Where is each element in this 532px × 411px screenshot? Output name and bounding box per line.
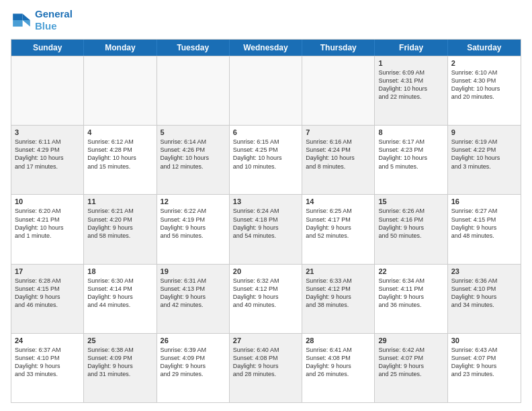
cell-info: Sunrise: 6:39 AM Sunset: 4:09 PM Dayligh… xyxy=(161,346,226,379)
header: General Blue xyxy=(11,8,521,32)
day-number: 24 xyxy=(15,336,80,345)
day-number: 20 xyxy=(233,267,298,275)
calendar-cell xyxy=(302,56,375,125)
calendar-cell: 20Sunrise: 6:32 AM Sunset: 4:12 PM Dayli… xyxy=(230,265,302,333)
cell-info: Sunrise: 6:41 AM Sunset: 4:08 PM Dayligh… xyxy=(306,346,371,379)
weekday-header: Friday xyxy=(375,40,447,56)
calendar-cell: 28Sunrise: 6:41 AM Sunset: 4:08 PM Dayli… xyxy=(302,334,375,402)
cell-info: Sunrise: 6:37 AM Sunset: 4:10 PM Dayligh… xyxy=(15,346,80,379)
day-number: 15 xyxy=(378,197,443,205)
calendar-body: 1Sunrise: 6:09 AM Sunset: 4:31 PM Daylig… xyxy=(11,56,521,402)
day-number: 4 xyxy=(87,128,152,136)
calendar-cell: 16Sunrise: 6:27 AM Sunset: 4:15 PM Dayli… xyxy=(448,195,521,263)
cell-info: Sunrise: 6:40 AM Sunset: 4:08 PM Dayligh… xyxy=(233,346,298,379)
day-number: 29 xyxy=(378,336,443,345)
day-number: 16 xyxy=(451,197,517,205)
calendar-cell: 30Sunrise: 6:43 AM Sunset: 4:07 PM Dayli… xyxy=(448,334,521,402)
cell-info: Sunrise: 6:14 AM Sunset: 4:26 PM Dayligh… xyxy=(161,138,226,171)
cell-info: Sunrise: 6:28 AM Sunset: 4:15 PM Dayligh… xyxy=(15,277,80,310)
calendar-cell: 3Sunrise: 6:11 AM Sunset: 4:29 PM Daylig… xyxy=(11,126,84,194)
cell-info: Sunrise: 6:26 AM Sunset: 4:16 PM Dayligh… xyxy=(378,207,443,240)
calendar-row: 17Sunrise: 6:28 AM Sunset: 4:15 PM Dayli… xyxy=(11,264,521,333)
day-number: 19 xyxy=(161,267,226,275)
logo-text: General Blue xyxy=(35,8,73,32)
svg-marker-0 xyxy=(23,13,30,20)
calendar-cell: 10Sunrise: 6:20 AM Sunset: 4:21 PM Dayli… xyxy=(11,195,84,263)
day-number: 3 xyxy=(15,128,80,136)
cell-info: Sunrise: 6:15 AM Sunset: 4:25 PM Dayligh… xyxy=(233,138,298,171)
cell-info: Sunrise: 6:27 AM Sunset: 4:15 PM Dayligh… xyxy=(451,207,517,240)
calendar-cell: 7Sunrise: 6:16 AM Sunset: 4:24 PM Daylig… xyxy=(302,126,375,194)
calendar-cell xyxy=(157,56,230,125)
weekday-header: Wednesday xyxy=(230,40,302,56)
day-number: 27 xyxy=(233,336,298,345)
calendar-cell: 9Sunrise: 6:19 AM Sunset: 4:22 PM Daylig… xyxy=(448,126,521,194)
calendar-cell: 12Sunrise: 6:22 AM Sunset: 4:19 PM Dayli… xyxy=(157,195,230,263)
day-number: 11 xyxy=(87,197,152,205)
cell-info: Sunrise: 6:33 AM Sunset: 4:12 PM Dayligh… xyxy=(306,277,371,310)
calendar-cell: 29Sunrise: 6:42 AM Sunset: 4:07 PM Dayli… xyxy=(375,334,447,402)
calendar-cell: 4Sunrise: 6:12 AM Sunset: 4:28 PM Daylig… xyxy=(84,126,157,194)
cell-info: Sunrise: 6:32 AM Sunset: 4:12 PM Dayligh… xyxy=(233,277,298,310)
svg-rect-3 xyxy=(13,20,22,27)
day-number: 7 xyxy=(306,128,371,136)
day-number: 10 xyxy=(15,197,80,205)
day-number: 22 xyxy=(378,267,443,275)
day-number: 12 xyxy=(161,197,226,205)
logo: General Blue xyxy=(11,8,73,32)
day-number: 8 xyxy=(378,128,443,136)
day-number: 30 xyxy=(451,336,517,345)
calendar-cell: 1Sunrise: 6:09 AM Sunset: 4:31 PM Daylig… xyxy=(375,56,447,125)
cell-info: Sunrise: 6:24 AM Sunset: 4:18 PM Dayligh… xyxy=(233,207,298,240)
cell-info: Sunrise: 6:16 AM Sunset: 4:24 PM Dayligh… xyxy=(306,138,371,171)
cell-info: Sunrise: 6:10 AM Sunset: 4:30 PM Dayligh… xyxy=(451,68,517,101)
cell-info: Sunrise: 6:31 AM Sunset: 4:13 PM Dayligh… xyxy=(161,277,226,310)
page: General Blue SundayMondayTuesdayWednesda… xyxy=(0,0,532,411)
cell-info: Sunrise: 6:36 AM Sunset: 4:10 PM Dayligh… xyxy=(451,277,517,310)
calendar-cell: 14Sunrise: 6:25 AM Sunset: 4:17 PM Dayli… xyxy=(302,195,375,263)
calendar-header: SundayMondayTuesdayWednesdayThursdayFrid… xyxy=(11,40,521,56)
calendar-cell: 8Sunrise: 6:17 AM Sunset: 4:23 PM Daylig… xyxy=(375,126,447,194)
day-number: 28 xyxy=(306,336,371,345)
calendar-cell: 25Sunrise: 6:38 AM Sunset: 4:09 PM Dayli… xyxy=(84,334,157,402)
calendar-cell: 11Sunrise: 6:21 AM Sunset: 4:20 PM Dayli… xyxy=(84,195,157,263)
day-number: 2 xyxy=(451,59,517,67)
day-number: 14 xyxy=(306,197,371,205)
calendar-cell: 24Sunrise: 6:37 AM Sunset: 4:10 PM Dayli… xyxy=(11,334,84,402)
calendar-cell: 2Sunrise: 6:10 AM Sunset: 4:30 PM Daylig… xyxy=(448,56,521,125)
calendar-cell xyxy=(11,56,84,125)
calendar-cell: 18Sunrise: 6:30 AM Sunset: 4:14 PM Dayli… xyxy=(84,265,157,333)
day-number: 21 xyxy=(306,267,371,275)
cell-info: Sunrise: 6:30 AM Sunset: 4:14 PM Dayligh… xyxy=(87,277,152,310)
calendar-cell: 19Sunrise: 6:31 AM Sunset: 4:13 PM Dayli… xyxy=(157,265,230,333)
weekday-header: Saturday xyxy=(448,40,521,56)
calendar-cell: 21Sunrise: 6:33 AM Sunset: 4:12 PM Dayli… xyxy=(302,265,375,333)
calendar-row: 10Sunrise: 6:20 AM Sunset: 4:21 PM Dayli… xyxy=(11,194,521,263)
calendar-cell: 23Sunrise: 6:36 AM Sunset: 4:10 PM Dayli… xyxy=(448,265,521,333)
calendar-row: 3Sunrise: 6:11 AM Sunset: 4:29 PM Daylig… xyxy=(11,125,521,194)
day-number: 9 xyxy=(451,128,517,136)
cell-info: Sunrise: 6:21 AM Sunset: 4:20 PM Dayligh… xyxy=(87,207,152,240)
day-number: 5 xyxy=(161,128,226,136)
day-number: 6 xyxy=(233,128,298,136)
cell-info: Sunrise: 6:22 AM Sunset: 4:19 PM Dayligh… xyxy=(161,207,226,240)
day-number: 26 xyxy=(161,336,226,345)
weekday-header: Sunday xyxy=(11,40,84,56)
cell-info: Sunrise: 6:11 AM Sunset: 4:29 PM Dayligh… xyxy=(15,138,80,171)
logo-icon xyxy=(11,9,32,31)
calendar-row: 1Sunrise: 6:09 AM Sunset: 4:31 PM Daylig… xyxy=(11,56,521,125)
cell-info: Sunrise: 6:38 AM Sunset: 4:09 PM Dayligh… xyxy=(87,346,152,379)
cell-info: Sunrise: 6:09 AM Sunset: 4:31 PM Dayligh… xyxy=(378,68,443,101)
cell-info: Sunrise: 6:25 AM Sunset: 4:17 PM Dayligh… xyxy=(306,207,371,240)
cell-info: Sunrise: 6:34 AM Sunset: 4:11 PM Dayligh… xyxy=(378,277,443,310)
calendar-cell: 26Sunrise: 6:39 AM Sunset: 4:09 PM Dayli… xyxy=(157,334,230,402)
calendar-cell: 17Sunrise: 6:28 AM Sunset: 4:15 PM Dayli… xyxy=(11,265,84,333)
day-number: 18 xyxy=(87,267,152,275)
day-number: 17 xyxy=(15,267,80,275)
calendar: SundayMondayTuesdayWednesdayThursdayFrid… xyxy=(11,39,521,403)
calendar-row: 24Sunrise: 6:37 AM Sunset: 4:10 PM Dayli… xyxy=(11,333,521,402)
day-number: 1 xyxy=(378,59,443,67)
svg-rect-2 xyxy=(13,13,22,20)
weekday-header: Monday xyxy=(84,40,157,56)
cell-info: Sunrise: 6:43 AM Sunset: 4:07 PM Dayligh… xyxy=(451,346,517,379)
